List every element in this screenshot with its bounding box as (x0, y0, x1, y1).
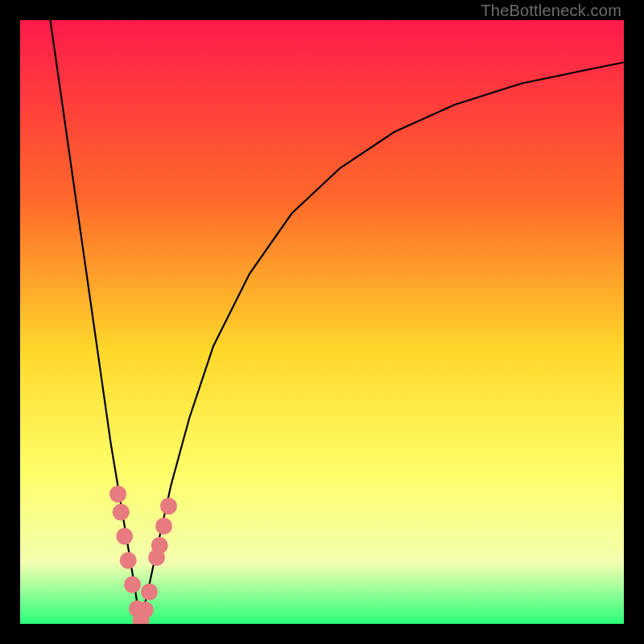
data-marker (113, 504, 130, 521)
data-marker (120, 552, 137, 569)
data-marker (109, 485, 126, 502)
data-marker (155, 518, 172, 535)
data-marker (141, 584, 158, 601)
watermark-text: TheBottleneck.com (481, 2, 621, 20)
data-marker (160, 497, 177, 514)
data-marker (124, 576, 141, 593)
data-marker (137, 601, 154, 618)
chart-frame: TheBottleneck.com (0, 0, 644, 644)
gradient-background (20, 20, 624, 624)
data-marker (116, 528, 133, 545)
data-marker (151, 537, 168, 554)
plot-area (20, 20, 624, 624)
bottleneck-curve-chart (20, 20, 624, 624)
